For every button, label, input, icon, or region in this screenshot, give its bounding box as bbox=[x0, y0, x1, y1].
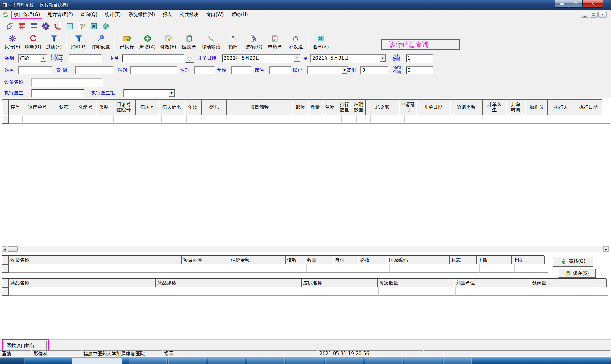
fee-type-input[interactable] bbox=[75, 66, 114, 74]
filter-button[interactable]: 过滤(F) bbox=[43, 33, 64, 51]
column-header[interactable]: 部位 bbox=[292, 99, 308, 115]
gender-input[interactable] bbox=[194, 66, 215, 74]
column-header[interactable]: 类别 bbox=[96, 99, 112, 115]
category-combobox[interactable]: 门诊 ▼ bbox=[18, 54, 47, 63]
resend-button[interactable]: 补发送 bbox=[286, 33, 306, 51]
mdi-close-button[interactable]: ✕ bbox=[598, 12, 607, 18]
request-form-button[interactable]: 申请单 bbox=[265, 33, 286, 51]
menu-item-window[interactable]: 窗口(W) bbox=[203, 11, 226, 18]
taskbar-item[interactable] bbox=[168, 358, 206, 364]
column-header[interactable]: 开单日期 bbox=[416, 99, 450, 115]
column-header[interactable]: 项目内涵 bbox=[181, 256, 229, 264]
column-header[interactable]: 项目简称 bbox=[226, 99, 292, 115]
exit-button[interactable]: 退出(X) bbox=[310, 33, 331, 51]
column-header[interactable]: 必收 bbox=[358, 256, 387, 264]
print-setup-button[interactable]: 打印设置 bbox=[89, 33, 112, 51]
column-header[interactable]: 执行人 bbox=[547, 99, 575, 115]
column-header[interactable]: 标志 bbox=[449, 256, 477, 264]
menu-item-project[interactable]: 项目管理(G) bbox=[11, 11, 42, 19]
tab-medtech-execution[interactable]: 医技项目执行 bbox=[4, 341, 47, 350]
executed-button[interactable]: 已执行 bbox=[116, 33, 137, 51]
column-header[interactable]: 婴儿 bbox=[201, 99, 227, 115]
column-header[interactable]: 自付 bbox=[333, 256, 358, 264]
column-header[interactable]: 申请部 门 bbox=[399, 99, 416, 115]
table-row[interactable] bbox=[2, 115, 610, 124]
menu-item-maintenance[interactable]: 系统维护(M) bbox=[126, 11, 158, 18]
table-row[interactable] bbox=[2, 287, 608, 296]
taskbar-start-area[interactable] bbox=[0, 358, 25, 364]
age-input[interactable] bbox=[231, 66, 252, 74]
order-date-to-picker[interactable]: 2021年 5月31日 ▼ bbox=[310, 54, 386, 63]
name-input[interactable] bbox=[18, 66, 52, 74]
taskbar-item[interactable] bbox=[208, 358, 245, 364]
taskbar-item[interactable] bbox=[72, 358, 122, 364]
taskbar-item[interactable] bbox=[365, 358, 403, 364]
mobile-infusion-button[interactable]: 移动输液 bbox=[199, 33, 223, 51]
print-button[interactable]: 打印(P) bbox=[68, 33, 89, 51]
refresh-button[interactable]: 刷新(R) bbox=[23, 33, 43, 51]
column-header[interactable]: 单位 bbox=[322, 99, 337, 115]
column-header[interactable]: 开单医 生 bbox=[482, 99, 506, 115]
taskbar-item[interactable] bbox=[443, 358, 472, 364]
mdi-restore-button[interactable]: ❐ bbox=[590, 12, 598, 18]
menu-item-report[interactable]: 报表 bbox=[160, 11, 175, 18]
horizontal-scrollbar[interactable]: ◀ ▶ bbox=[2, 246, 609, 252]
taskbar-item[interactable] bbox=[129, 358, 167, 364]
column-header[interactable]: 总金额 bbox=[365, 99, 399, 115]
exec-qty-input[interactable]: 1 bbox=[406, 54, 433, 63]
fee-input[interactable]: 0 bbox=[360, 66, 389, 74]
column-header[interactable]: 病历号 bbox=[135, 99, 159, 115]
high-cost-button[interactable]: 高耗(G) bbox=[553, 256, 593, 267]
column-header[interactable]: 诊疗单号 bbox=[22, 99, 53, 115]
exec-doctor-input[interactable] bbox=[31, 89, 84, 97]
execute-button[interactable]: 执行(E) bbox=[2, 33, 23, 51]
column-header[interactable]: 数量 bbox=[308, 99, 322, 115]
chevron-down-icon[interactable]: ▼ bbox=[40, 55, 46, 62]
chevron-down-icon[interactable]: ▼ bbox=[294, 55, 300, 62]
restore-button[interactable]: ❐ bbox=[569, 0, 582, 8]
column-header[interactable]: 诊断名称 bbox=[450, 99, 483, 115]
column-header[interactable]: 执行日期 bbox=[575, 99, 602, 115]
calendar-icon[interactable] bbox=[17, 21, 27, 31]
column-header[interactable]: 年龄 bbox=[184, 99, 202, 115]
card-reader-button[interactable] bbox=[185, 54, 194, 63]
report-document-icon[interactable] bbox=[64, 21, 75, 31]
gear-icon[interactable] bbox=[41, 21, 51, 31]
menu-item-common-module[interactable]: 公共模块 bbox=[177, 11, 201, 18]
taskbar-item[interactable] bbox=[286, 358, 324, 364]
column-header[interactable]: 倍数 bbox=[285, 256, 305, 264]
minimize-button[interactable]: ▬ bbox=[555, 0, 569, 8]
column-header[interactable]: 分组号 bbox=[75, 99, 96, 115]
column-header[interactable]: 收费名称 bbox=[8, 256, 182, 264]
photo-button[interactable]: 拍照 bbox=[223, 33, 243, 51]
menu-item-query[interactable]: 查询(Q) bbox=[78, 11, 100, 18]
close-button[interactable]: ✕ bbox=[582, 0, 603, 8]
mdi-minimize-button[interactable]: ▁ bbox=[581, 12, 589, 18]
menu-item-statistics[interactable]: 统计(T) bbox=[103, 11, 124, 18]
column-header[interactable]: 病人姓名 bbox=[159, 99, 184, 115]
column-header[interactable]: 操作员 bbox=[525, 99, 548, 115]
column-header[interactable]: 序号 bbox=[8, 99, 22, 115]
search-document-icon[interactable] bbox=[5, 21, 15, 31]
options-button[interactable]: 选项(O) bbox=[243, 33, 265, 51]
chevron-down-icon[interactable]: ▼ bbox=[169, 90, 175, 97]
menu-item-help[interactable]: 帮助(H) bbox=[229, 11, 251, 18]
withhold-input[interactable]: 0 bbox=[406, 66, 433, 74]
device-input[interactable] bbox=[31, 78, 103, 87]
taskbar-item[interactable] bbox=[404, 358, 442, 364]
table-row[interactable] bbox=[2, 264, 548, 273]
taskbar-item[interactable] bbox=[325, 358, 363, 364]
visit-no-input[interactable] bbox=[69, 54, 102, 63]
undo-document-icon[interactable] bbox=[53, 21, 63, 31]
close-box-icon[interactable] bbox=[88, 21, 99, 31]
taskbar-item[interactable] bbox=[247, 358, 285, 364]
menu-item-prescription[interactable]: 处方管理(P) bbox=[45, 11, 75, 18]
scrollbar-thumb[interactable] bbox=[8, 246, 18, 252]
column-header[interactable]: 每次数量 bbox=[377, 279, 454, 287]
column-header[interactable]: 下限 bbox=[476, 256, 512, 264]
column-header[interactable]: 门诊号 住院号 bbox=[112, 99, 136, 115]
column-header[interactable]: 上限 bbox=[511, 256, 545, 264]
book-icon[interactable] bbox=[100, 21, 111, 31]
column-header[interactable]: 皮试名称 bbox=[301, 279, 378, 287]
column-header[interactable]: 药品名称 bbox=[8, 279, 156, 287]
